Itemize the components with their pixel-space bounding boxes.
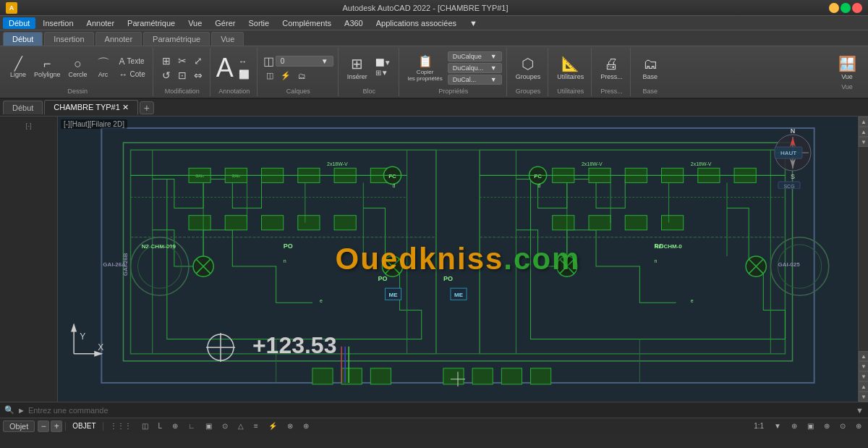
- status-workspace[interactable]: ▣: [804, 420, 817, 431]
- ribbon: Début Insertion Annoter Paramétrique Vue…: [0, 30, 868, 99]
- status-grid[interactable]: ⋮⋮⋮: [106, 420, 135, 431]
- status-qp[interactable]: ⊗: [284, 420, 297, 431]
- objet-label[interactable]: Objet: [3, 420, 35, 432]
- status-objet-item[interactable]: OBJET: [69, 420, 99, 431]
- status-isolate[interactable]: ⊕: [852, 420, 865, 431]
- menu-vue[interactable]: Vue: [182, 17, 208, 29]
- status-ortho[interactable]: L: [155, 420, 166, 431]
- calque-btn-1[interactable]: ◫: [263, 70, 276, 81]
- status-otrack[interactable]: ▣: [202, 420, 216, 431]
- calque-btn-2[interactable]: ⚡: [278, 70, 294, 81]
- menu-gerer[interactable]: Gérer: [209, 17, 241, 29]
- status-ducs[interactable]: ⊙: [218, 420, 231, 431]
- mod-btn-1[interactable]: ⊞: [159, 54, 174, 67]
- ducalque-dropdown-3[interactable]: DuCal... ▼: [448, 75, 502, 85]
- ann-btn-1[interactable]: ↔: [236, 56, 252, 67]
- status-tp[interactable]: ⚡: [265, 420, 281, 431]
- scroll-btn-4[interactable]: ▲: [859, 351, 868, 361]
- mod-btn-2[interactable]: ✂: [175, 54, 190, 67]
- search-icon[interactable]: 🔍: [4, 405, 14, 415]
- calque-btn-3[interactable]: 🗂: [295, 70, 309, 81]
- cote-button[interactable]: ↔ Cote: [116, 69, 148, 80]
- groupes-button[interactable]: ⬡ Groupes: [513, 54, 544, 82]
- svg-rect-38: [443, 368, 464, 384]
- status-sel[interactable]: ⊕: [299, 420, 312, 431]
- right-scrollbar[interactable]: ▲ ▲ ▼ ▲ ▼ ▼ ▲ ▼: [858, 117, 868, 402]
- status-separator-2: [103, 422, 103, 431]
- presse-button[interactable]: 🖨 Press...: [597, 54, 626, 82]
- menu-parametrique[interactable]: Paramétrique: [122, 17, 181, 29]
- minimize-button[interactable]: [829, 3, 839, 13]
- add-tab-button[interactable]: +: [140, 101, 154, 114]
- scroll-btn-6[interactable]: ▼: [859, 371, 868, 381]
- bloc-sm-1[interactable]: ⬜▼: [373, 58, 394, 67]
- bloc-sm-2[interactable]: ⊞▼: [373, 68, 394, 77]
- tab-vue[interactable]: Vue: [211, 32, 244, 46]
- scroll-btn-5[interactable]: ▼: [859, 361, 868, 371]
- cercle-button[interactable]: ○ Cercle: [66, 56, 90, 80]
- scroll-btn-2[interactable]: ▲: [859, 127, 868, 137]
- objet-plus-button[interactable]: +: [51, 420, 62, 432]
- objet-minus-button[interactable]: −: [38, 420, 49, 432]
- tab-debut-file[interactable]: Début: [3, 101, 43, 114]
- calque-dropdown[interactable]: 0 ▼: [276, 56, 333, 67]
- scroll-btn-8[interactable]: ▼: [859, 392, 868, 402]
- svg-text:GAI-26B: GAI-26B: [122, 253, 129, 276]
- tab-debut[interactable]: Début: [3, 32, 43, 46]
- menu-apps[interactable]: Applications associées: [370, 17, 462, 29]
- scroll-btn-7[interactable]: ▲: [859, 381, 868, 392]
- svg-text:n: n: [284, 258, 286, 263]
- status-polar[interactable]: ⊕: [169, 420, 182, 431]
- window-title: Autodesk AutoCAD 2022 - [CHAMBRE TYP#1]: [22, 4, 829, 12]
- ann-btn-2[interactable]: ⬜: [236, 69, 252, 80]
- menu-a360[interactable]: A360: [339, 17, 369, 29]
- modification-buttons: ⊞ ✂ ⤢ ↺ ⊡ ⇔: [159, 49, 205, 86]
- scroll-up-button[interactable]: ▲: [859, 117, 868, 127]
- cmd-prompt-icon: ►: [17, 406, 25, 415]
- polyligne-button[interactable]: ⌐ Polyligne: [31, 56, 64, 80]
- status-snap[interactable]: ◫: [138, 420, 152, 431]
- mod-btn-4[interactable]: ↺: [159, 69, 174, 82]
- status-annotate[interactable]: ⊕: [788, 420, 801, 431]
- scroll-btn-3[interactable]: ▼: [859, 137, 868, 147]
- texte-button[interactable]: A Texte: [116, 56, 148, 67]
- status-lw[interactable]: ≡: [250, 420, 262, 431]
- close-button[interactable]: [852, 3, 862, 13]
- groupes-content: ⬡ Groupes: [513, 49, 544, 86]
- cad-drawing[interactable]: GAIn GAIn: [58, 117, 858, 402]
- command-input[interactable]: [28, 406, 853, 415]
- menu-annoter[interactable]: Annoter: [81, 17, 121, 29]
- mod-btn-6[interactable]: ⇔: [191, 69, 205, 82]
- copier-proprietes-button[interactable]: 📋 Copier les propriétés: [405, 53, 446, 83]
- arc-button[interactable]: ⌒ Arc: [93, 56, 114, 80]
- inserer-button[interactable]: ⊞ Insérer: [344, 54, 370, 82]
- vue-button[interactable]: 🪟 Vue: [835, 54, 859, 82]
- status-scale-dropdown[interactable]: ▼: [770, 420, 785, 431]
- status-osnap[interactable]: ∟: [184, 420, 199, 431]
- status-hardware[interactable]: ⊙: [836, 420, 849, 431]
- tab-chambre[interactable]: CHAMBRE TYP#1 ✕: [44, 100, 138, 115]
- utilitaires-button[interactable]: 📐 Utilitaires: [554, 54, 587, 82]
- ducalque-dropdown-1[interactable]: DuCalque ▼: [448, 51, 502, 62]
- canvas-area[interactable]: [-][Haut][Filaire 2D]: [58, 117, 858, 402]
- mod-btn-5[interactable]: ⊡: [175, 69, 190, 82]
- base-button[interactable]: 🗂 Base: [639, 54, 661, 82]
- maximize-button[interactable]: [841, 3, 851, 13]
- annotation-big-a[interactable]: A: [216, 53, 234, 83]
- tab-parametrique[interactable]: Paramétrique: [143, 32, 210, 46]
- menu-sortie[interactable]: Sortie: [242, 17, 275, 29]
- ligne-button[interactable]: ╱ Ligne: [7, 56, 29, 80]
- ducalque-dropdown-2[interactable]: DuCalqu... ▼: [448, 63, 502, 73]
- menu-debut[interactable]: Début: [3, 17, 35, 29]
- scroll-track[interactable]: [859, 147, 868, 351]
- tab-annoter[interactable]: Annoter: [95, 32, 142, 46]
- menu-complements[interactable]: Compléments: [276, 17, 337, 29]
- tab-insertion[interactable]: Insertion: [44, 32, 93, 46]
- mod-btn-3[interactable]: ⤢: [191, 54, 205, 67]
- menu-more[interactable]: ▼: [464, 17, 483, 29]
- status-scale[interactable]: 1:1: [750, 420, 767, 431]
- status-dyn[interactable]: △: [234, 420, 247, 431]
- menu-insertion[interactable]: Insertion: [37, 17, 79, 29]
- cmd-scroll-icon[interactable]: ▼: [856, 406, 864, 415]
- status-ui[interactable]: ⊕: [820, 420, 833, 431]
